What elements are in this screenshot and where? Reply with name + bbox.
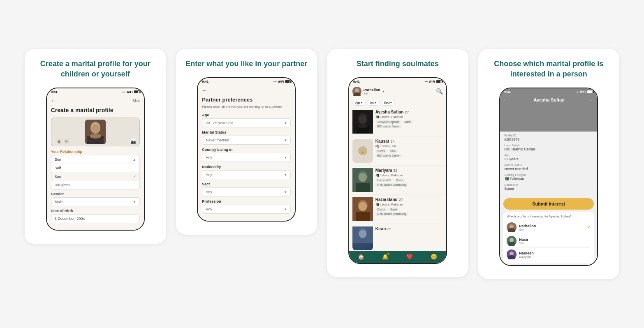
wifi-icon-2: WiFi [278, 80, 284, 83]
delete-photo-icon[interactable]: 🗑 [56, 139, 62, 144]
flag-pak-mariyam: 🇵🇰 [375, 173, 379, 177]
dropdown-item-self[interactable]: Self [51, 164, 139, 172]
local-masjid-row: Local Masjid BIC Islamic Center [504, 144, 593, 151]
marital-select[interactable]: Never married ▼ [202, 136, 291, 145]
gender-select[interactable]: Male ▼ [51, 197, 140, 206]
submit-interest-button[interactable]: Submit Interest [503, 198, 594, 210]
profession-select[interactable]: Any ▼ [202, 205, 291, 214]
battery-icon-3 [436, 80, 442, 83]
tags-kausar: Doctor Shia [375, 149, 443, 153]
time-2: 9:41 [202, 80, 208, 83]
wifi-icon-3: WiFi [429, 80, 435, 83]
profile-item-mariyam[interactable]: Mariyam 32 🇵🇰 Lahore, Pakistan House Wif… [352, 166, 443, 195]
back-button-2[interactable]: ← [202, 88, 207, 93]
location-text-razia: Lahore, Pakistan [380, 203, 403, 206]
profile-info-razia: Razia Bano 27 🇵🇰 Lahore, Pakistan Doctor… [375, 197, 443, 221]
dropdown-selected-value: Son [55, 157, 61, 162]
card-1-title: Create a marital profile for your childr… [33, 59, 158, 79]
profile-info-kausar: Kausar 24 🇬🇧 London, UK Doctor Shia [375, 139, 443, 163]
chevron-profession: ▼ [284, 208, 287, 211]
time-4: 9:41 [504, 90, 511, 94]
relationship-dropdown[interactable]: Son ▲ Self Son ✓ Daughter [51, 155, 140, 189]
home-nav-icon[interactable]: 🏠 [358, 254, 364, 260]
profile-choice-parhelion[interactable]: Parhelion Self ✓ [507, 221, 591, 234]
profile-header-nav: ← Ayesha Sultan ··· [503, 97, 594, 103]
card-2: Enter what you like in your partner 9:41… [176, 49, 317, 235]
tags-org-kausar: BIC Islamic Center [375, 154, 443, 157]
profile-item-ayesha[interactable]: Ayesha Sultan 27 🇵🇰 Lahore, Pakistan Sof… [352, 107, 443, 136]
edit-photo-icon[interactable]: ✏ [64, 139, 69, 144]
profile-nav-icon[interactable]: 😊 [431, 254, 437, 260]
age-select[interactable]: 20 - 25 years old ▼ [202, 118, 291, 127]
status-icons-2: ▪▪▪ WiFi [273, 80, 291, 83]
profile-name-row: Ayesha Sultan 27 [375, 110, 443, 114]
back-button-1[interactable]: ← [51, 98, 56, 104]
dropdown-arrow-user[interactable]: ▾ [382, 90, 384, 93]
likes-nav-icon[interactable]: ❤️ [406, 254, 413, 260]
skip-button[interactable]: Skip [132, 99, 140, 103]
camera-icon[interactable]: 📷 [130, 139, 136, 144]
which-profile-title: Which profile is interested in Ayesha Su… [507, 215, 591, 218]
which-profile-section: Which profile is interested in Ayesha Su… [503, 212, 594, 263]
dropdown-item-label: Self [55, 166, 61, 170]
marital-value: Never married [206, 138, 229, 142]
profile-name-row-kausar: Kausar 24 [375, 139, 443, 143]
profile-info-kiran: Kiran 22 [375, 226, 443, 250]
tag-job-razia: Doctor [375, 208, 387, 211]
sect-select[interactable]: Any ▼ [202, 187, 291, 196]
svg-point-2 [91, 124, 100, 133]
back-button-4[interactable]: ← [503, 97, 508, 103]
profile-age-kiran: 22 [387, 227, 391, 231]
profile-item-razia[interactable]: Razia Bano 27 🇵🇰 Lahore, Pakistan Doctor… [352, 195, 443, 224]
svg-point-10 [359, 115, 366, 124]
search-icon[interactable]: 🔍 [436, 88, 443, 95]
svg-rect-20 [356, 212, 370, 221]
profile-age: 27 [405, 110, 409, 114]
profile-name-mariyam: Mariyam [375, 168, 392, 173]
profile-photo [85, 120, 106, 144]
battery-icon-2 [285, 80, 291, 83]
chevron-down-icon: ▼ [133, 200, 136, 204]
svg-point-15 [359, 173, 367, 182]
choice-name-parhelion: Parhelion [519, 224, 584, 228]
profile-id-label: Profile ID [504, 134, 593, 137]
more-options-icon[interactable]: ··· [590, 97, 594, 103]
screen1-nav: ← Skip [51, 98, 140, 104]
choice-name-nasir: Nasir [519, 238, 591, 242]
signal-icon-4: ▪▪▪ [576, 90, 579, 93]
phone-mockup-2: 9:41 ▪▪▪ WiFi ← Partner preferences Plea… [197, 77, 296, 222]
profile-item-kiran[interactable]: Kiran 22 [352, 224, 443, 251]
age-filter-chip[interactable]: Age ▾ [352, 100, 366, 106]
country-select[interactable]: Any ▼ [202, 153, 291, 162]
profile-location: 🇵🇰 Lahore, Pakistan [375, 115, 443, 119]
screen1-content: ← Skip Create a marital profile [47, 95, 144, 230]
notifications-nav-icon[interactable]: 🔔 [382, 254, 389, 260]
profile-id-row: Profile ID AS83940 [504, 134, 593, 141]
phone-mockup-4: 9:41 ▪▪▪ WiFi ← Ayesha Sultan ··· [499, 88, 598, 266]
lock-icon: 🔒 [358, 146, 367, 155]
profile-img-ayesha [352, 110, 373, 134]
nationality-select[interactable]: Any ▼ [202, 170, 291, 179]
dropdown-item-daughter[interactable]: Daughter [51, 181, 139, 189]
tag-org-razia: NYK Muslim Community [375, 212, 408, 216]
profile-list: Ayesha Sultan 27 🇵🇰 Lahore, Pakistan Sof… [349, 107, 446, 251]
tag-sect-kausar: Shia [388, 149, 398, 153]
job-filter-chip[interactable]: Job ▾ [367, 100, 380, 106]
battery-icon-4 [587, 90, 593, 93]
user-role: Self [364, 92, 380, 95]
profile-name-kausar: Kausar [375, 139, 389, 143]
profile-item-kausar[interactable]: 🔒 Kausar 24 🇬🇧 London, UK [352, 136, 443, 166]
dropdown-item-son[interactable]: Son ✓ [51, 172, 139, 181]
svg-point-25 [510, 224, 514, 229]
tags-org-ayesha: BIC Islamic Center [375, 125, 443, 128]
photo-upload-area[interactable]: 📷 🗑 ✏ [51, 118, 140, 146]
profile-age-mariyam: 32 [393, 169, 397, 173]
profile-location-razia: 🇵🇰 Lahore, Pakistan [375, 203, 443, 206]
tag-sect-razia: Sunni [388, 208, 399, 211]
sect-filter-chip[interactable]: Sect ▾ [381, 100, 395, 106]
tag-org-kausar: BIC Islamic Center [375, 154, 402, 157]
profile-detail-header: ← Ayesha Sultan ··· [500, 95, 597, 132]
profile-choice-nasir[interactable]: Nasir Son [507, 234, 591, 248]
dob-field[interactable]: 6 December, 2004 [51, 214, 140, 223]
profile-choice-nasreen[interactable]: Nasreen Daughter [507, 248, 591, 261]
